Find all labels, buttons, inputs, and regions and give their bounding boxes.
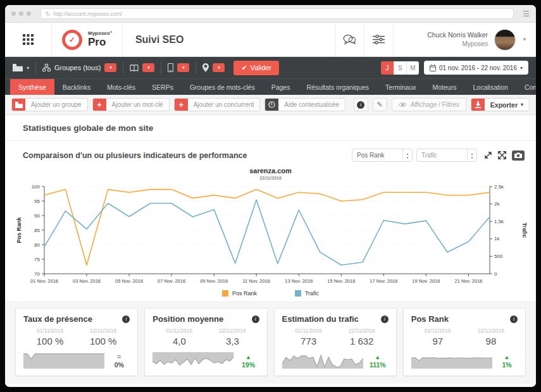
- tab-pages[interactable]: Pages: [263, 79, 299, 95]
- legend-item-trafic[interactable]: Trafic: [295, 290, 319, 297]
- tab-resultats-organiques[interactable]: Résultats organiques: [298, 79, 377, 95]
- myposeo-logo-icon: ✓: [62, 30, 82, 50]
- metric-select-2[interactable]: Trafic ▲▼: [416, 149, 477, 162]
- stat-card-taux-de-presence: Taux de présencei01/11/2016100 %22/11/20…: [15, 308, 138, 376]
- tab-serps[interactable]: SERPs: [144, 79, 182, 95]
- app-header: ✓ Myposeo° Pro Suivi SEO Chuck Norris Wa…: [5, 23, 536, 57]
- chart-legend: Pos RankTrafic: [5, 290, 536, 297]
- action-icon: [12, 98, 25, 111]
- svg-text:Trafic: Trafic: [521, 223, 528, 238]
- metric-select-1-value: Pos Rank: [357, 152, 384, 159]
- brand-logo[interactable]: ✓ Myposeo° Pro: [52, 23, 123, 56]
- app-window: ↻ http://account.myposeo.com/ ☰ ✓ Mypose…: [5, 5, 536, 387]
- card-values: 01/11/2016100 %22/11/2016100 %: [23, 328, 130, 346]
- keywords-filter[interactable]: ▾: [130, 63, 154, 72]
- help-icon: [268, 101, 275, 108]
- address-bar[interactable]: ↻ http://account.myposeo.com/: [40, 8, 514, 19]
- date-range-picker[interactable]: 01 nov. 2016 - 22 nov. 2016 ▾: [424, 61, 528, 75]
- trend-up-icon: ▲: [238, 354, 259, 360]
- apps-grid-button[interactable]: [5, 23, 52, 56]
- svg-text:2k: 2k: [494, 201, 500, 207]
- sparkline: [23, 352, 104, 369]
- window-controls[interactable]: [11, 11, 34, 16]
- export-button[interactable]: Exporter▾: [471, 98, 530, 111]
- info-icon[interactable]: i: [122, 315, 130, 323]
- svg-text:1k: 1k: [494, 236, 500, 242]
- location-dropdown-badge[interactable]: ▾: [213, 63, 225, 72]
- groups-filter[interactable]: Groupes (tous) ▾: [42, 63, 116, 72]
- location-filter[interactable]: ▾: [202, 63, 225, 72]
- aide-contextualisee-button[interactable]: Aide contextualisée: [264, 98, 345, 111]
- tab-localisation[interactable]: Localisation: [464, 79, 516, 95]
- card-value-end: 3,3: [206, 336, 259, 346]
- section-title: Statistiques globale de mon site: [5, 115, 536, 141]
- user-organization: Myposeo: [463, 40, 488, 48]
- groups-dropdown-badge[interactable]: ▾: [104, 63, 116, 72]
- reload-icon[interactable]: ↻: [46, 11, 51, 17]
- tab-terminaux[interactable]: Terminaux: [377, 79, 424, 95]
- period-week-button[interactable]: S: [394, 61, 406, 75]
- divider: [123, 61, 123, 74]
- info-icon[interactable]: i: [510, 315, 518, 323]
- keywords-dropdown-badge[interactable]: ▾: [142, 63, 154, 72]
- card-values: 01/11/201677322/11/20161 632: [282, 328, 389, 346]
- svg-text:03 Nov. 2016: 03 Nov. 2016: [72, 278, 100, 284]
- action-label: Aide contextualisée: [278, 101, 345, 108]
- groups-filter-label: Groupes (tous): [54, 64, 101, 71]
- tab-synthese[interactable]: Synthèse: [10, 79, 54, 95]
- chart-area: 70758085909510005001k1,5k2k2,5k01 Nov. 2…: [5, 180, 536, 290]
- info-icon[interactable]: i: [252, 315, 259, 323]
- card-values: 01/11/20164,022/11/20163,3: [152, 328, 259, 346]
- stat-cards: Taux de présencei01/11/2016100 %22/11/20…: [5, 302, 536, 384]
- svg-text:85: 85: [34, 228, 40, 233]
- grid-icon: [23, 34, 34, 45]
- tab-groupes-de-mots-cles[interactable]: Groupes de mots-clés: [182, 79, 263, 95]
- ajouter-un-groupe-button[interactable]: Ajouter un groupe: [11, 98, 88, 111]
- chat-icon: [343, 34, 356, 45]
- arrows-cross-icon[interactable]: [498, 151, 506, 159]
- svg-text:09 Nov. 2016: 09 Nov. 2016: [200, 278, 228, 284]
- info-button[interactable]: i: [354, 98, 368, 111]
- close-window-icon[interactable]: [11, 11, 16, 16]
- ajouter-un-concurrent-button[interactable]: +Ajouter un concurrent: [174, 98, 261, 111]
- settings-button[interactable]: [364, 23, 393, 56]
- expand-icon[interactable]: [484, 151, 492, 159]
- filter-toolbar: ▾ Groupes (tous) ▾ ▾ ▾ ▾ ✔ Valider: [5, 57, 536, 78]
- legend-item-pos-rank[interactable]: Pos Rank: [222, 290, 257, 297]
- avatar[interactable]: [494, 29, 516, 51]
- period-day-button[interactable]: J: [381, 61, 394, 75]
- page-title: Suivi SEO: [123, 23, 335, 56]
- browser-menu-icon[interactable]: ☰: [523, 9, 530, 18]
- maximize-window-icon[interactable]: [27, 11, 31, 16]
- user-menu[interactable]: Chuck Norris Walker Myposeo ▼: [393, 23, 536, 56]
- card-trend: =0%: [23, 352, 130, 369]
- card-header: Estimation du trafici: [282, 314, 389, 324]
- card-value-start: 100 %: [23, 336, 77, 346]
- compare-header: Comparaison d'un ou plusieurs indicateur…: [5, 141, 536, 162]
- device-dropdown-badge[interactable]: ▾: [177, 63, 189, 72]
- chart-subtitle: 22/11/2016: [5, 176, 536, 180]
- tab-backlinks[interactable]: Backlinks: [54, 79, 99, 95]
- metric-select-1[interactable]: Pos Rank ▲▼: [352, 149, 413, 162]
- display-filters-button[interactable]: Affichage / Filtres: [392, 98, 466, 111]
- sliders-icon: [373, 34, 385, 45]
- info-icon[interactable]: i: [381, 315, 389, 323]
- minimize-window-icon[interactable]: [19, 11, 23, 16]
- messages-button[interactable]: [335, 23, 364, 56]
- tab-concurrents[interactable]: Concurrents: [516, 79, 536, 95]
- ajouter-un-mot-cle-button[interactable]: +Ajouter un mot-clé: [92, 98, 170, 111]
- legend-label: Pos Rank: [232, 290, 257, 297]
- device-filter[interactable]: ▾: [168, 63, 189, 72]
- tab-moteurs[interactable]: Moteurs: [425, 79, 465, 95]
- action-icon: +: [93, 98, 106, 111]
- legend-label: Trafic: [305, 290, 319, 297]
- tab-mots-cles[interactable]: Mots-clés: [99, 79, 144, 95]
- project-folder-dropdown[interactable]: ▾: [13, 64, 29, 71]
- validate-button[interactable]: ✔ Valider: [233, 61, 279, 75]
- period-month-button[interactable]: M: [406, 61, 419, 75]
- toolbar-right: J S M 01 nov. 2016 - 22 nov. 2016 ▾: [381, 61, 528, 75]
- stat-card-position-moyenne: Position moyennei01/11/20164,022/11/2016…: [144, 308, 267, 376]
- screenshot-button[interactable]: [512, 150, 525, 161]
- edit-button[interactable]: ✎: [373, 98, 387, 111]
- chart-title: sarenza.com: [5, 167, 536, 175]
